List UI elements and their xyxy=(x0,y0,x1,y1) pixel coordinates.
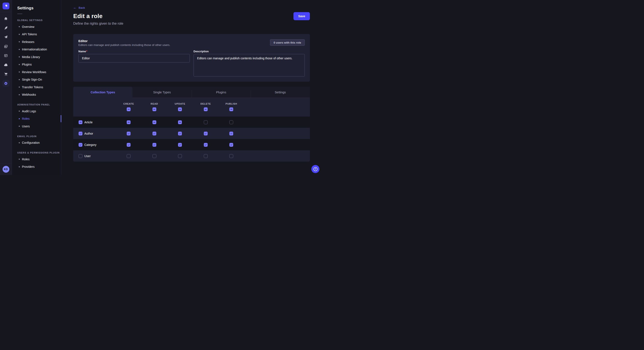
tab-settings[interactable]: Settings xyxy=(251,87,310,98)
name-input[interactable] xyxy=(78,54,190,62)
section-users-permissions-plugin: USERS & PERMISSIONS PLUGIN Roles Provide… xyxy=(17,151,61,171)
select-all-update-checkbox[interactable] xyxy=(178,107,182,111)
table-row-author: Author xyxy=(73,128,310,139)
article-create-checkbox[interactable] xyxy=(127,120,130,124)
sidebar-item-plugins[interactable]: Plugins xyxy=(17,61,61,68)
row-select-checkbox[interactable] xyxy=(78,132,82,136)
author-create-checkbox[interactable] xyxy=(127,132,130,136)
help-button[interactable]: ? xyxy=(311,165,320,173)
save-button[interactable]: Save xyxy=(294,12,310,20)
app-window: KD Settings GLOBAL SETTINGS Overview API… xyxy=(0,0,322,175)
media-icon[interactable] xyxy=(0,42,12,51)
sidebar-item-up-roles[interactable]: Roles xyxy=(17,156,61,163)
sidebar-item-api-tokens[interactable]: API Tokens xyxy=(17,31,61,38)
select-all-read-checkbox[interactable] xyxy=(152,107,156,111)
sidebar-item-roles[interactable]: Roles xyxy=(17,115,61,123)
page-title: Edit a role xyxy=(73,13,103,19)
users-count-badge: 0 users with this role xyxy=(270,39,305,46)
sidebar-item-releases[interactable]: Releases xyxy=(17,38,61,46)
sidebar-item-transfer-tokens[interactable]: Transfer Tokens xyxy=(17,83,61,91)
sidebar-item-review-workflows[interactable]: Review Workflows xyxy=(17,68,61,76)
select-all-publish-checkbox[interactable] xyxy=(229,107,233,111)
select-all-delete-checkbox[interactable] xyxy=(204,107,208,111)
bullet-icon xyxy=(19,111,20,112)
user-publish-checkbox[interactable] xyxy=(229,154,233,158)
author-read-checkbox[interactable] xyxy=(152,132,156,136)
back-link[interactable]: ← Back xyxy=(73,6,85,9)
author-publish-checkbox[interactable] xyxy=(229,132,233,136)
category-read-checkbox[interactable] xyxy=(152,143,156,147)
section-label: GLOBAL SETTINGS xyxy=(17,19,61,21)
user-avatar[interactable]: KD xyxy=(2,166,9,173)
sidebar-item-media-library[interactable]: Media Library xyxy=(17,53,61,61)
user-read-checkbox[interactable] xyxy=(152,154,156,158)
main-content: ← Back Edit a role Save Define the right… xyxy=(61,0,322,175)
column-header-read: Read xyxy=(150,103,158,105)
sidebar-item-single-sign-on[interactable]: Single Sign-On xyxy=(17,76,61,84)
row-label: Article xyxy=(84,121,93,124)
sidebar-item-providers[interactable]: Providers xyxy=(17,163,61,171)
send-icon[interactable] xyxy=(0,32,12,42)
feather-icon[interactable] xyxy=(0,23,12,33)
author-update-checkbox[interactable] xyxy=(178,132,182,136)
gear-icon[interactable] xyxy=(0,79,12,88)
role-summary: Editors can manage and publish contents … xyxy=(78,43,170,47)
sidebar-item-overview[interactable]: Overview xyxy=(17,23,61,31)
permissions-section: Collection Types Single Types Plugins Se… xyxy=(73,87,310,162)
permissions-panel: Create Read Update Delete Publish Articl… xyxy=(73,98,310,162)
layout-icon[interactable] xyxy=(0,51,12,60)
tab-plugins[interactable]: Plugins xyxy=(192,87,251,98)
cart-icon[interactable] xyxy=(0,70,12,79)
tab-single-types[interactable]: Single Types xyxy=(132,87,192,98)
required-asterisk: * xyxy=(86,50,87,53)
select-all-create-checkbox[interactable] xyxy=(127,107,130,111)
column-header-delete: Delete xyxy=(200,103,211,105)
user-update-checkbox[interactable] xyxy=(178,154,182,158)
article-publish-checkbox[interactable] xyxy=(229,120,233,124)
bullet-icon xyxy=(19,26,20,27)
category-delete-checkbox[interactable] xyxy=(204,143,208,147)
category-publish-checkbox[interactable] xyxy=(229,143,233,147)
bullet-icon xyxy=(19,159,20,160)
cloud-icon[interactable] xyxy=(0,60,12,70)
article-read-checkbox[interactable] xyxy=(152,120,156,124)
sidebar-item-users[interactable]: Users xyxy=(17,123,61,130)
back-label: Back xyxy=(78,6,85,9)
category-update-checkbox[interactable] xyxy=(178,143,182,147)
permissions-tabs: Collection Types Single Types Plugins Se… xyxy=(73,87,310,98)
article-delete-checkbox[interactable] xyxy=(204,120,208,124)
column-header-create: Create xyxy=(123,103,134,105)
tab-collection-types[interactable]: Collection Types xyxy=(73,87,132,98)
user-create-checkbox[interactable] xyxy=(127,154,130,158)
bullet-icon xyxy=(19,118,20,119)
bullet-icon xyxy=(19,34,20,35)
row-select-checkbox[interactable] xyxy=(78,120,82,124)
article-update-checkbox[interactable] xyxy=(178,120,182,124)
column-header-publish: Publish xyxy=(226,103,237,105)
bullet-icon xyxy=(19,126,20,127)
author-delete-checkbox[interactable] xyxy=(204,132,208,136)
description-textarea[interactable]: Editors can manage and publish contents … xyxy=(194,54,305,77)
row-select-checkbox[interactable] xyxy=(78,154,82,158)
sidebar-item-audit-logs[interactable]: Audit Logs xyxy=(17,107,61,115)
name-field-group: Name* xyxy=(78,50,190,77)
table-row-article: Article xyxy=(73,117,310,128)
user-delete-checkbox[interactable] xyxy=(204,154,208,158)
settings-sidebar: Settings GLOBAL SETTINGS Overview API To… xyxy=(12,0,61,175)
section-label: EMAIL PLUGIN xyxy=(17,135,61,138)
sidebar-item-internationalization[interactable]: Internationalization xyxy=(17,46,61,53)
row-select-checkbox[interactable] xyxy=(78,143,82,147)
role-details-card: Editor Editors can manage and publish co… xyxy=(73,34,310,82)
sidebar-item-webhooks[interactable]: Webhooks xyxy=(17,91,61,99)
bullet-icon xyxy=(19,49,20,50)
sidebar-item-configuration[interactable]: Configuration xyxy=(17,139,61,147)
home-icon[interactable] xyxy=(0,14,12,23)
sidebar-title: Settings xyxy=(17,6,61,10)
section-global-settings: GLOBAL SETTINGS Overview API Tokens Rele… xyxy=(17,19,61,98)
permissions-header: Create Read Update Delete Publish xyxy=(73,98,310,117)
section-label: ADMINISTRATION PANEL xyxy=(17,103,61,106)
category-create-checkbox[interactable] xyxy=(127,143,130,147)
section-email-plugin: EMAIL PLUGIN Configuration xyxy=(17,135,61,147)
row-label: Category xyxy=(84,143,96,147)
strapi-logo[interactable] xyxy=(2,2,9,9)
